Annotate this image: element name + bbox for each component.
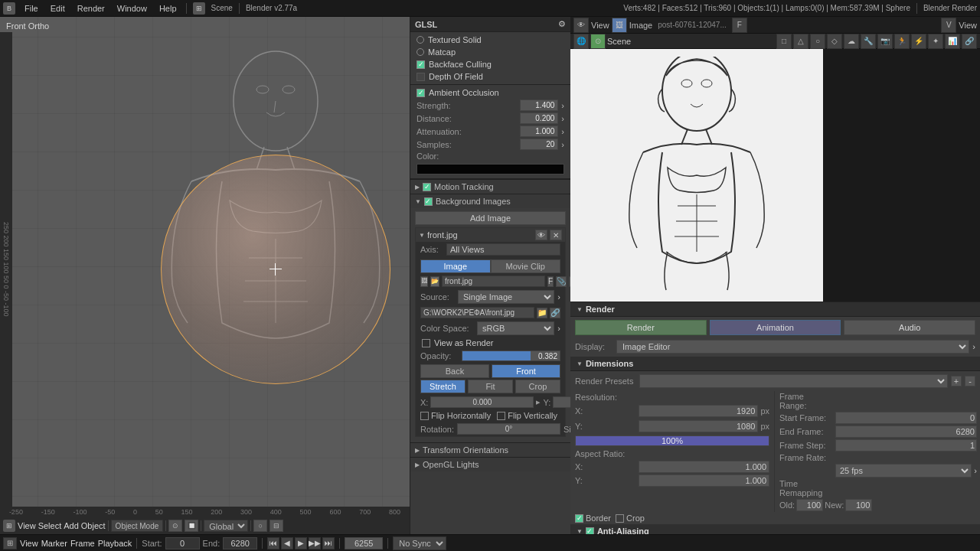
proportional-btn[interactable]: ○ bbox=[253, 520, 267, 532]
view-as-render-option[interactable]: View as Render bbox=[416, 337, 565, 349]
view-btn[interactable]: 👁 bbox=[573, 18, 589, 33]
t12[interactable]: 🔗 bbox=[962, 34, 977, 49]
viewport-icon[interactable]: ⊞ bbox=[3, 520, 15, 532]
border-item[interactable]: ✓ Border bbox=[575, 514, 611, 523]
source-select[interactable]: Single Image bbox=[458, 290, 554, 304]
add-image-btn[interactable]: Add Image bbox=[415, 211, 566, 225]
end-frame-input[interactable] bbox=[223, 537, 257, 549]
audio-btn[interactable]: Audio bbox=[844, 320, 975, 335]
step-fwd-btn[interactable]: ▶▶ bbox=[309, 537, 321, 549]
menu-edit[interactable]: Edit bbox=[47, 4, 68, 13]
y-input[interactable] bbox=[553, 396, 570, 408]
menu-file[interactable]: File bbox=[21, 4, 41, 13]
distance-input[interactable] bbox=[520, 112, 558, 124]
fp-link-btn[interactable]: 🔗 bbox=[550, 308, 560, 318]
res-y-input[interactable] bbox=[639, 420, 758, 432]
marker-menu[interactable]: Marker bbox=[41, 539, 67, 548]
vp-object-menu[interactable]: Object bbox=[81, 521, 106, 530]
flip-v-checkbox[interactable] bbox=[497, 412, 505, 420]
jump-end-btn[interactable]: ⏭ bbox=[322, 537, 335, 549]
depth-of-field-checkbox[interactable] bbox=[416, 73, 425, 81]
var-checkbox[interactable] bbox=[422, 339, 430, 347]
snap-btn[interactable]: 🔲 bbox=[185, 520, 198, 532]
play-btn[interactable]: ▶ bbox=[295, 537, 307, 549]
disp-arrow[interactable]: › bbox=[972, 342, 975, 351]
ambient-occlusion-checkbox[interactable]: ✓ bbox=[416, 89, 425, 97]
menu-window[interactable]: Window bbox=[114, 4, 150, 13]
t10[interactable]: ✦ bbox=[928, 34, 943, 49]
snap-el-btn[interactable]: ⊟ bbox=[270, 520, 283, 532]
frame-step-input[interactable] bbox=[835, 439, 977, 452]
vp-view-menu[interactable]: View bbox=[18, 521, 36, 530]
source-arrow[interactable]: › bbox=[557, 292, 560, 302]
fit-btn[interactable]: Fit bbox=[468, 380, 513, 393]
cs-select[interactable]: sRGB bbox=[477, 321, 554, 335]
aa-section-header[interactable]: ▼ ✓ Anti-Aliasing bbox=[570, 524, 980, 534]
backface-culling-option[interactable]: ✓ Backface Culling bbox=[410, 58, 570, 70]
render-btn[interactable]: Render bbox=[575, 320, 707, 335]
playback-menu[interactable]: Playback bbox=[98, 539, 132, 548]
view2-btn[interactable]: V bbox=[941, 18, 956, 33]
image-btn[interactable]: 🖼 bbox=[612, 18, 627, 33]
opacity-bar[interactable]: 0.382 bbox=[462, 350, 560, 361]
vp-select-menu[interactable]: Select bbox=[38, 521, 62, 530]
image-close-btn[interactable]: ✕ bbox=[550, 230, 562, 240]
start-frame-input[interactable] bbox=[165, 537, 200, 549]
image-tab[interactable]: Image bbox=[420, 259, 491, 273]
mt-checkbox[interactable]: ✓ bbox=[423, 183, 431, 191]
filter-icon[interactable]: F bbox=[732, 18, 747, 33]
stretch-btn[interactable]: Stretch bbox=[420, 380, 466, 393]
presets-select[interactable] bbox=[639, 374, 948, 388]
ar-x-input[interactable] bbox=[639, 461, 769, 473]
border-checkbox[interactable]: ✓ bbox=[575, 514, 583, 523]
render-section-header[interactable]: ▼ Render bbox=[570, 302, 980, 317]
flip-h-item[interactable]: Flip Horizontally bbox=[420, 411, 491, 420]
textured-solid-radio[interactable] bbox=[416, 36, 424, 44]
fp-browse-btn[interactable]: 📁 bbox=[537, 308, 547, 318]
t2[interactable]: △ bbox=[793, 34, 808, 49]
filepath-input[interactable] bbox=[420, 307, 534, 318]
orientation-select[interactable]: Global bbox=[204, 520, 248, 532]
t4[interactable]: ◇ bbox=[827, 34, 842, 49]
fps-select[interactable]: 25 fps bbox=[835, 464, 972, 478]
image-eye-btn[interactable]: 👁 bbox=[535, 230, 547, 240]
x-input[interactable] bbox=[430, 396, 534, 408]
opengl-lights-toggle[interactable]: ▶ OpenGL Lights bbox=[410, 457, 570, 471]
distance-arrow[interactable]: › bbox=[561, 114, 564, 123]
strength-input[interactable] bbox=[520, 99, 558, 111]
img-browse-icon[interactable]: 📂 bbox=[430, 276, 439, 287]
back-btn[interactable]: Back bbox=[420, 364, 489, 378]
aa-checkbox[interactable]: ✓ bbox=[586, 527, 594, 535]
vp-add-menu[interactable]: Add bbox=[64, 521, 79, 530]
image-filename-input[interactable] bbox=[442, 276, 545, 287]
matcap-radio[interactable] bbox=[416, 48, 424, 56]
t11[interactable]: 📊 bbox=[945, 34, 960, 49]
res-x-input[interactable] bbox=[639, 405, 758, 417]
frame-menu[interactable]: Frame bbox=[70, 539, 95, 548]
scene-icon2[interactable]: ⊙ bbox=[590, 34, 606, 49]
color-picker-bar[interactable] bbox=[416, 164, 564, 174]
scene-icon[interactable]: 🌐 bbox=[573, 34, 589, 49]
crop-checkbox[interactable] bbox=[616, 514, 624, 523]
timeline-icon[interactable]: ⊞ bbox=[3, 537, 17, 549]
end-frame-input[interactable] bbox=[835, 425, 977, 438]
cs-arrow[interactable]: › bbox=[557, 324, 560, 333]
new-input[interactable] bbox=[845, 499, 872, 511]
menu-render[interactable]: Render bbox=[74, 4, 108, 13]
sync-select[interactable]: No Sync bbox=[393, 536, 446, 550]
viewport-3d[interactable]: 250 200 150 100 50 0 -50 -100 Front Orth… bbox=[0, 17, 410, 534]
old-input[interactable] bbox=[796, 499, 823, 511]
flip-h-checkbox[interactable] bbox=[420, 412, 429, 420]
mode-icon[interactable]: ⊞ bbox=[193, 2, 205, 15]
t8[interactable]: 🏃 bbox=[894, 34, 910, 49]
img-unlink-btn[interactable]: 📎 bbox=[556, 276, 567, 287]
textured-solid-option[interactable]: Textured Solid bbox=[410, 34, 570, 46]
attenuation-input[interactable] bbox=[520, 126, 558, 137]
start-frame-input[interactable] bbox=[835, 412, 977, 424]
axis-input[interactable] bbox=[446, 243, 560, 256]
depth-of-field-option[interactable]: Depth Of Field bbox=[410, 70, 570, 83]
motion-tracking-toggle[interactable]: ▶ ✓ Motion Tracking bbox=[410, 179, 570, 194]
flip-v-item[interactable]: Flip Vertically bbox=[497, 411, 557, 420]
menu-help[interactable]: Help bbox=[156, 4, 180, 13]
preset-del-btn[interactable]: - bbox=[965, 376, 975, 386]
